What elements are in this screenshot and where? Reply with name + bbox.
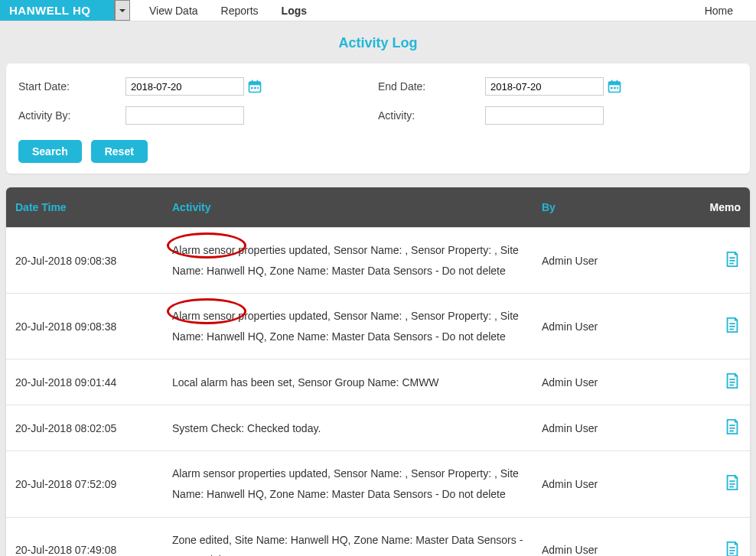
cell-datetime: 20-Jul-2018 07:52:09: [15, 478, 172, 490]
svg-rect-10: [617, 80, 618, 83]
activity-table: Date Time Activity By Memo 20-Jul-2018 0…: [6, 187, 750, 556]
col-header-activity: Activity: [172, 201, 542, 213]
cell-by: Admin User: [542, 255, 695, 267]
page-title: Activity Log: [6, 21, 750, 63]
cell-memo: [695, 540, 741, 556]
cell-by: Admin User: [542, 376, 695, 389]
end-date-calendar-icon[interactable]: [607, 79, 622, 94]
cell-memo: [695, 316, 741, 337]
cell-activity: Zone edited, Site Name: Hanwell HQ, Zone…: [172, 530, 542, 556]
svg-rect-8: [609, 82, 621, 85]
svg-rect-12: [614, 87, 616, 89]
activity-label: Activity:: [378, 109, 485, 122]
table-row: 20-Jul-2018 07:52:09Alarm sensor propert…: [6, 450, 750, 516]
nav-logs[interactable]: Logs: [282, 5, 307, 17]
cell-datetime: 20-Jul-2018 09:08:38: [15, 320, 172, 333]
table-row: 20-Jul-2018 09:01:44Local alarm has been…: [6, 359, 750, 405]
activity-by-label: Activity By:: [18, 109, 125, 122]
table-row: 20-Jul-2018 09:08:38Alarm sensor propert…: [6, 227, 750, 293]
svg-rect-2: [252, 80, 253, 83]
cell-by: Admin User: [542, 544, 695, 556]
svg-rect-9: [611, 80, 613, 83]
cell-datetime: 20-Jul-2018 08:02:05: [15, 422, 172, 434]
search-button[interactable]: Search: [18, 140, 82, 163]
start-date-label: Start Date:: [18, 80, 125, 93]
cell-activity: Alarm sensor properties updated, Sensor …: [172, 463, 542, 504]
start-date-input[interactable]: [125, 77, 244, 96]
svg-rect-11: [611, 87, 613, 89]
cell-activity: Alarm sensor properties updated, Sensor …: [172, 240, 542, 281]
site-selector[interactable]: HANWELL HQ: [0, 0, 115, 21]
cell-datetime: 20-Jul-2018 09:08:38: [15, 255, 172, 267]
start-date-calendar-icon[interactable]: [247, 79, 262, 94]
memo-icon[interactable]: [724, 418, 741, 436]
nav-tabs: View Data Reports Logs: [149, 0, 307, 21]
activity-by-input[interactable]: [125, 106, 244, 125]
nav-reports[interactable]: Reports: [221, 5, 259, 17]
cell-memo: [695, 250, 741, 271]
reset-button[interactable]: Reset: [91, 140, 148, 163]
end-date-label: End Date:: [378, 80, 485, 93]
cell-datetime: 20-Jul-2018 09:01:44: [15, 376, 172, 389]
svg-rect-4: [251, 87, 253, 89]
col-header-datetime: Date Time: [15, 201, 172, 213]
filter-panel: Start Date: End Date:: [6, 63, 750, 174]
cell-activity: Local alarm has been set, Sensor Group N…: [172, 372, 542, 393]
table-row: 20-Jul-2018 07:49:08Zone edited, Site Na…: [6, 517, 750, 556]
memo-icon[interactable]: [724, 540, 741, 556]
svg-rect-1: [249, 82, 261, 85]
svg-rect-3: [257, 80, 259, 83]
cell-datetime: 20-Jul-2018 07:49:08: [15, 544, 172, 556]
nav-home[interactable]: Home: [705, 0, 733, 21]
annotation-circle: [167, 232, 246, 258]
cell-by: Admin User: [542, 320, 695, 333]
table-row: 20-Jul-2018 09:08:38Alarm sensor propert…: [6, 293, 750, 359]
memo-icon[interactable]: [724, 372, 741, 390]
memo-icon[interactable]: [724, 316, 741, 334]
svg-rect-13: [617, 87, 618, 89]
nav-view-data[interactable]: View Data: [149, 5, 198, 17]
cell-activity: Alarm sensor properties updated, Sensor …: [172, 306, 542, 346]
end-date-input[interactable]: [485, 77, 604, 96]
site-dropdown-arrow[interactable]: [115, 0, 130, 21]
col-header-memo: Memo: [695, 201, 741, 213]
cell-by: Admin User: [542, 422, 695, 434]
annotation-circle: [167, 298, 246, 324]
svg-rect-6: [257, 87, 259, 89]
table-header: Date Time Activity By Memo: [6, 187, 750, 227]
col-header-by: By: [542, 201, 695, 213]
cell-memo: [695, 418, 741, 438]
table-row: 20-Jul-2018 08:02:05System Check: Checke…: [6, 405, 750, 450]
chevron-down-icon: [119, 7, 126, 15]
cell-activity: System Check: Checked today.: [172, 418, 542, 439]
memo-icon[interactable]: [724, 250, 741, 268]
cell-by: Admin User: [542, 478, 695, 490]
memo-icon[interactable]: [724, 473, 741, 492]
cell-memo: [695, 473, 741, 494]
activity-input[interactable]: [485, 106, 604, 125]
site-name: HANWELL HQ: [9, 4, 90, 17]
cell-memo: [695, 372, 741, 392]
top-bar: HANWELL HQ View Data Reports Logs Home: [0, 0, 756, 21]
svg-rect-5: [254, 87, 256, 89]
